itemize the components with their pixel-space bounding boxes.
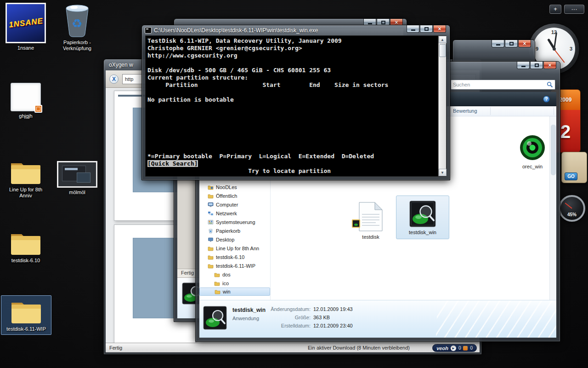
sidebar-controls: + ··· — [549, 5, 584, 14]
tree-item-dos[interactable]: dos — [199, 270, 270, 279]
veoh-mini-player[interactable]: veoh ▶ 0 0 — [432, 344, 477, 352]
veoh-count: 0 — [458, 345, 461, 351]
tree-label: Öffentlich — [216, 193, 237, 199]
tree-label: Papierkorb — [216, 228, 240, 234]
go-button[interactable]: GO — [565, 172, 577, 180]
folder-icon — [214, 272, 220, 277]
file-testdisk-win[interactable]: testdisk_win — [396, 196, 449, 239]
scroll-thumb[interactable] — [551, 125, 556, 175]
file-testdisk[interactable]: testdisk — [350, 201, 391, 240]
background-window-titlebar[interactable]: × — [453, 40, 535, 50]
document-icon — [11, 83, 41, 111]
console-titlebar[interactable]: C:\Users\NooDLes\Desktop\testdisk-6.11-W… — [142, 25, 450, 35]
text-document-icon — [357, 201, 384, 232]
desktop-icon-testdisk-610-folder[interactable]: testdisk-6.10 — [4, 230, 48, 264]
console-output: TestDisk 6.11-WIP, Data Recovery Utility… — [147, 37, 436, 104]
cpu-meter-gadget[interactable]: 45% — [559, 195, 587, 227]
cpu-percentage: 45% — [560, 212, 583, 217]
tree-label: testdisk-6.11-WIP — [216, 263, 255, 269]
icon-label: Line Up for 8th Anniv — [4, 187, 48, 199]
veoh-logo: veoh — [436, 345, 448, 351]
tree-item-computer[interactable]: Computer — [199, 200, 270, 209]
minimize-button[interactable] — [407, 25, 419, 33]
tree-item-papierkorb[interactable]: Papierkorb — [199, 226, 270, 235]
console-screen[interactable]: TestDisk 6.11-WIP, Data Recovery Utility… — [145, 35, 447, 177]
cpu-dial: 45% — [559, 195, 585, 222]
photorec-app-icon — [519, 134, 546, 161]
close-button[interactable]: × — [433, 25, 446, 33]
gadget-pager-button[interactable]: ··· — [564, 5, 584, 14]
console-window: C:\Users\NooDLes\Desktop\testdisk-6.11-W… — [141, 25, 450, 180]
icon-label: 1nsane — [4, 45, 48, 51]
testdisk-app-icon — [409, 201, 436, 227]
play-icon[interactable]: ▶ — [451, 345, 456, 351]
folder-icon — [214, 281, 220, 286]
minimize-button[interactable] — [492, 40, 504, 47]
tree-label: dos — [222, 272, 231, 277]
rss-icon[interactable] — [463, 346, 468, 351]
console-scrollbar[interactable]: ▲ ▼ — [438, 36, 446, 176]
quick-search-option[interactable]: [Quick Search] — [147, 160, 198, 167]
folder-icon — [208, 263, 214, 269]
close-button[interactable]: × — [543, 62, 556, 69]
desktop-icon-1nsane[interactable]: 1NSANE 1nsane — [4, 3, 48, 51]
clock-pin — [553, 47, 556, 51]
column-header-rating[interactable]: Bewertung — [453, 108, 477, 114]
search-box[interactable] — [451, 80, 555, 90]
tree-item-noodles[interactable]: NooDLes — [199, 183, 270, 191]
add-gadget-button[interactable]: + — [549, 5, 561, 14]
tree-item-win[interactable]: win — [199, 288, 270, 296]
tree-item-netzwerk[interactable]: Netzwerk — [199, 209, 270, 218]
search-icon — [547, 81, 553, 88]
user-folder-icon — [208, 184, 214, 190]
property-label: Änderungsdatum: — [265, 305, 311, 313]
search-input[interactable] — [453, 82, 547, 87]
property-value: 12.01.2009 23:40 — [313, 322, 353, 330]
icon-label: ghjgjh — [5, 113, 47, 119]
console-title: C:\Users\NooDLes\Desktop\testdisk-6.11-W… — [154, 27, 318, 34]
status-text: Fertig — [109, 345, 122, 351]
scroll-up-arrow[interactable]: ▲ — [439, 36, 447, 43]
file-orec-win[interactable]: orec_win — [512, 134, 553, 169]
icon-label: testdisk-6.11-WIP — [2, 326, 50, 332]
desktop-icon-ghjgjh[interactable]: ghjgjh — [5, 83, 47, 119]
minimize-button[interactable] — [517, 62, 530, 69]
firefox-title: oXygen w — [109, 62, 133, 68]
tree-item-testdisk-611[interactable]: testdisk-6.11-WIP — [199, 261, 270, 270]
file-area-scrollbar[interactable] — [549, 116, 556, 300]
scroll-thumb[interactable] — [439, 44, 446, 57]
file-label: testdisk — [350, 234, 391, 240]
desktop-icon-molmol[interactable]: mölmöl — [54, 161, 100, 196]
property-label: Erstelldatum: — [265, 322, 311, 330]
maximize-button[interactable] — [420, 25, 433, 33]
folder-icon — [4, 230, 48, 256]
tree-label: ico — [222, 281, 229, 286]
close-button[interactable]: × — [518, 40, 531, 47]
desktop-icon-recycle-bin-shortcut[interactable]: ♻ Papierkorb - Verknüpfung — [54, 3, 100, 52]
page-favicon-icon: X — [109, 75, 119, 84]
tree-item-testdisk-610[interactable]: testdisk-6.10 — [199, 253, 270, 261]
maximize-button[interactable] — [530, 62, 543, 69]
tree-item-oeffentlich[interactable]: Öffentlich — [199, 191, 270, 200]
details-file-name: testdisk_win — [232, 307, 266, 313]
folder-icon — [208, 254, 214, 260]
app-badge-icon — [352, 219, 360, 228]
details-file-type: Anwendung — [232, 316, 259, 321]
icon-label: Papierkorb - Verknüpfung — [54, 40, 100, 52]
1nsane-icon: 1NSANE — [6, 3, 46, 43]
tree-item-systemsteuerung[interactable]: Systemsteuerung — [199, 218, 270, 226]
desktop-icon-testdisk-611-folder[interactable]: testdisk-6.11-WIP — [1, 295, 51, 335]
tree-item-ico[interactable]: ico — [199, 279, 270, 288]
scroll-down-arrow[interactable]: ▼ — [439, 169, 447, 176]
help-button[interactable]: ? — [543, 96, 550, 103]
tree-item-line-up-folder[interactable]: Line Up for 8th Ann — [199, 244, 270, 253]
slideshow-gadget[interactable]: GO — [561, 152, 587, 183]
tree-label: Desktop — [216, 237, 234, 242]
tree-item-desktop[interactable]: Desktop — [199, 235, 270, 244]
desktop-icon-line-up-folder[interactable]: Line Up for 8th Anniv — [4, 159, 48, 199]
tree-label: win — [223, 289, 231, 294]
1nsane-icon-text: 1NSANE — [8, 17, 44, 30]
icon-label: mölmöl — [54, 190, 100, 196]
maximize-button[interactable] — [505, 40, 518, 47]
clock-second-hand — [554, 49, 565, 63]
